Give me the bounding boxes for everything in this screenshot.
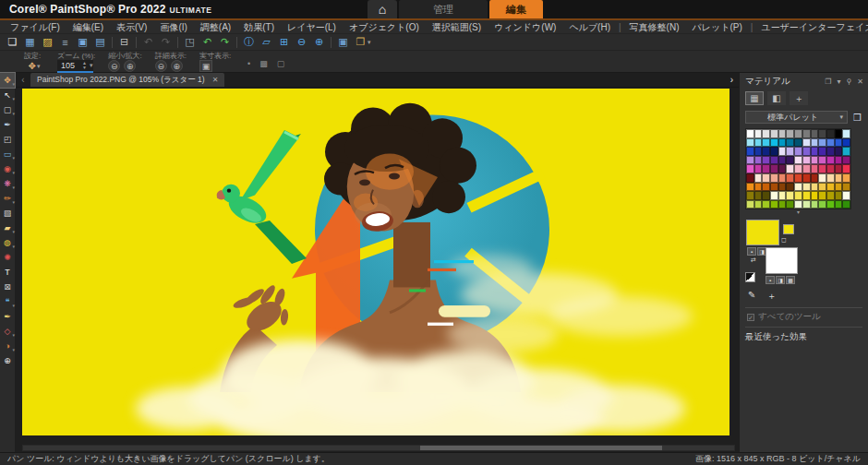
save-as-icon[interactable]: ▤ — [91, 35, 109, 50]
flyout-arrow-icon[interactable]: ▾ — [12, 170, 15, 175]
zoom-tool[interactable]: ⊕ — [0, 353, 15, 368]
color-swatch-r4c5[interactable] — [786, 164, 794, 173]
color-swatch-r8c8[interactable] — [811, 200, 819, 209]
flyout-arrow-icon[interactable]: ▾ — [12, 229, 15, 234]
materials-tab-sliders-view[interactable]: ＋ — [790, 91, 808, 105]
zoom-out-step-button[interactable]: ⊖ — [108, 60, 120, 72]
color-swatch-r8c5[interactable] — [786, 200, 794, 209]
fit-window-icon[interactable]: ⊞ — [275, 35, 293, 50]
color-swatch-r7c4[interactable] — [778, 191, 787, 200]
undo-history-icon[interactable]: ↶ — [199, 35, 216, 50]
color-swatch-r7c0[interactable] — [746, 191, 754, 200]
dropper-tool[interactable]: ✒ — [0, 117, 15, 132]
bg-pattern-style-button[interactable]: ▩ — [786, 276, 795, 284]
color-swatch-r6c0[interactable] — [746, 183, 754, 192]
color-swatch-r4c11[interactable] — [835, 164, 843, 173]
print-icon[interactable]: ⊟ — [115, 35, 133, 50]
tab-manage[interactable]: 管理 — [399, 0, 488, 18]
color-swatch-r0c3[interactable] — [770, 129, 778, 138]
pick-tool[interactable]: ↖▾ — [0, 88, 15, 102]
color-swatch-r2c6[interactable] — [794, 147, 802, 156]
color-swatch-r2c0[interactable] — [746, 147, 754, 156]
color-swatch-r7c3[interactable] — [770, 191, 778, 200]
color-swatch-r7c2[interactable] — [762, 191, 770, 200]
color-swatch-r5c2[interactable] — [762, 173, 770, 183]
text-tool[interactable]: T — [0, 265, 15, 280]
color-swatch-r1c0[interactable] — [746, 138, 754, 148]
fg-color-style-button[interactable]: ▪ — [747, 247, 756, 256]
shape-tool[interactable]: ◇▾ — [0, 324, 15, 339]
tab-edit[interactable]: 編集 — [489, 0, 543, 18]
new-image-icon[interactable]: ❏ — [4, 35, 21, 50]
menu-item[interactable]: オブジェクト(O) — [343, 20, 426, 34]
color-swatch-r6c5[interactable] — [786, 183, 794, 192]
color-swatch-r8c0[interactable] — [746, 200, 754, 209]
color-swatch-r5c9[interactable] — [818, 173, 826, 183]
menu-item[interactable]: 写真修整(N) — [623, 20, 686, 34]
color-swatch-r6c1[interactable] — [754, 183, 763, 192]
color-swatch-r4c2[interactable] — [762, 164, 770, 173]
edit-material-icon[interactable]: ✎ — [748, 290, 755, 303]
color-swatch-r5c11[interactable] — [835, 173, 843, 183]
color-swatch-r5c12[interactable] — [842, 173, 850, 183]
color-swatch-r2c5[interactable] — [786, 147, 794, 156]
color-replacer-tool[interactable]: ◑▾ — [0, 339, 15, 353]
color-swatch-r2c11[interactable] — [835, 147, 843, 156]
flyout-arrow-icon[interactable]: ▾ — [12, 347, 15, 352]
color-swatch-r1c8[interactable] — [811, 138, 819, 148]
color-swatch-r5c6[interactable] — [794, 173, 802, 183]
color-swatch-r1c2[interactable] — [762, 138, 770, 148]
airbrush-tool[interactable]: ✺ — [0, 250, 15, 265]
canvas-image[interactable] — [22, 89, 729, 435]
color-swatch-r3c2[interactable] — [762, 156, 770, 165]
paint-brush-tool[interactable]: ✏▾ — [0, 191, 15, 206]
color-swatch-r6c10[interactable] — [826, 183, 835, 192]
zoom-in-step-button[interactable]: ⊕ — [124, 60, 136, 72]
browse-icon[interactable]: ▦ — [21, 35, 39, 50]
color-swatch-r2c3[interactable] — [770, 147, 778, 156]
float-icon[interactable]: ❐ — [825, 78, 831, 86]
color-swatch-r2c12[interactable] — [842, 147, 850, 156]
organizer-icon[interactable]: ≡ — [56, 35, 74, 50]
preview-dot-icon[interactable]: • — [247, 59, 250, 68]
color-swatch-r6c7[interactable] — [802, 183, 811, 192]
color-swatch-r4c6[interactable] — [794, 164, 802, 173]
color-swatch-r7c1[interactable] — [754, 191, 763, 200]
selection-tool[interactable]: ▢▾ — [0, 102, 15, 117]
color-swatch-r0c12[interactable] — [842, 129, 850, 138]
detail-zoom-in-button[interactable]: ⊕ — [171, 60, 183, 72]
color-swatch-r1c4[interactable] — [778, 138, 787, 148]
color-swatch-r0c7[interactable] — [802, 129, 811, 138]
all-tools-checkbox[interactable]: ✓ — [747, 314, 754, 321]
color-swatch-r3c10[interactable] — [826, 156, 835, 165]
undo-icon[interactable]: ↶ — [139, 35, 157, 50]
open-icon[interactable]: ▨ — [39, 35, 56, 50]
palette-more-icon[interactable]: ▾ — [745, 209, 851, 216]
color-swatch-r2c8[interactable] — [811, 147, 819, 156]
color-swatch-r0c10[interactable] — [826, 129, 835, 138]
image-info-icon[interactable]: ⓘ — [240, 35, 258, 50]
color-swatch-r7c11[interactable] — [835, 191, 843, 200]
color-swatch-r0c5[interactable] — [786, 129, 794, 138]
menu-item[interactable]: 効果(T) — [237, 20, 281, 34]
flyout-arrow-icon[interactable]: ▾ — [12, 155, 15, 161]
color-swatch-r5c10[interactable] — [826, 173, 835, 183]
color-swatch-r3c5[interactable] — [786, 156, 794, 165]
foreground-swatch[interactable] — [746, 220, 779, 245]
color-swatch-r3c9[interactable] — [818, 156, 826, 165]
color-swatch-r1c3[interactable] — [770, 138, 778, 148]
alt-color-swatch[interactable] — [783, 224, 794, 234]
menu-item[interactable]: パレット(P) — [686, 20, 749, 34]
color-swatch-r8c11[interactable] — [835, 200, 843, 209]
color-swatch-r0c8[interactable] — [811, 129, 819, 138]
color-swatch-r1c9[interactable] — [818, 138, 826, 148]
bg-color-style-button[interactable]: ▪ — [766, 276, 775, 284]
tab-scroll-right-icon[interactable]: › — [730, 75, 733, 85]
scrollbar-thumb[interactable] — [420, 446, 662, 450]
zoom-spinner[interactable]: ▲▼ — [80, 61, 89, 70]
menu-item[interactable]: 選択範囲(S) — [426, 20, 488, 34]
home-icon[interactable]: ⌂ — [368, 0, 397, 18]
chevron-down-icon[interactable]: ▾ — [368, 39, 371, 46]
bg-gradient-style-button[interactable]: ◨ — [776, 276, 785, 284]
swap-colors-icon[interactable]: ⇄ — [751, 256, 756, 264]
